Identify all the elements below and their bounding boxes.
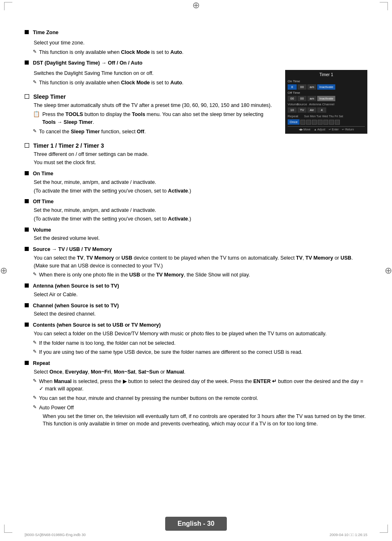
timer-widget-footer: ◀▶ Move ▲ Adjust ↵ Enter ↩ Return — [288, 126, 365, 131]
pencil-icon-2: ✎ — [33, 79, 37, 85]
contents-header: Contents (when Source is set to USB or T… — [25, 321, 367, 329]
timer-antenna-label: Antenna — [309, 102, 322, 106]
antenna-header: Antenna (when Source is set to TV) — [25, 282, 367, 290]
bottom-right-text: 2009-04-10 □□ 1:26:15 — [330, 533, 367, 537]
bullet-icon-contents — [25, 323, 29, 327]
crosshair-top-icon: ⊕ — [192, 0, 200, 11]
day-sat-label: Sat — [339, 115, 343, 118]
repeat-content: Select Once, Everyday, Mon~Fri, Mon~Sat,… — [25, 368, 367, 376]
timer-off-time-label: Off Time — [288, 91, 304, 95]
day-fri-label: Fri — [334, 115, 338, 118]
off-time-content-1: Set the hour, minute, am/pm, and activat… — [25, 207, 367, 214]
timer-off-minute: 00 — [297, 96, 307, 101]
off-time-header: Off Time — [25, 198, 367, 206]
sleep-timer-title: Sleep Timer — [33, 93, 66, 100]
timer-day-boxes — [300, 120, 340, 125]
day-box-thu — [323, 120, 328, 125]
timer-footer-enter: ↵ Enter — [329, 128, 339, 131]
contents-note-1-text: If the folder name is too long, the fold… — [39, 339, 175, 347]
sub-section-off-time: Off Time Set the hour, minute, am/pm, an… — [25, 198, 367, 223]
sub-section-antenna: Antenna (when Source is set to TV) Selec… — [25, 282, 367, 299]
timer-repeat-days: Sun Mon Tue Wed Thu Fri Sat — [304, 115, 343, 118]
dst-header: DST (Daylight Saving Time) → Off / On / … — [25, 59, 277, 67]
volume-title: Volume — [33, 226, 51, 234]
timer-channel-val: 4 — [317, 107, 326, 113]
timer-footer-move: ◀▶ Move — [299, 128, 311, 131]
repeat-header: Repeat — [25, 360, 367, 367]
sleep-timer-header: Sleep Timer — [25, 93, 277, 100]
sleep-timer-note-1: 📋 Press the TOOLS button to display the … — [25, 111, 277, 126]
channel-title: Channel (when Source is set to TV) — [33, 302, 119, 310]
timer-header: Timer 1 / Timer 2 / Timer 3 — [25, 142, 367, 149]
source-content: You can select the TV, TV Memory or USB … — [25, 254, 367, 270]
pencil-icon-6: ✎ — [33, 349, 37, 354]
off-time-content-2: (To activate the timer with the setting … — [25, 215, 367, 223]
contents-content: You can select a folder on the USB Devic… — [25, 330, 367, 338]
sub-section-repeat: Repeat Select Once, Everyday, Mon~Fri, M… — [25, 360, 367, 428]
timer-on-minute: 00 — [297, 84, 307, 90]
timer-vol-val: 10 — [288, 107, 297, 113]
repeat-note-1: ✎ When Manual is selected, press the ▶ b… — [25, 378, 367, 393]
source-header: Source → TV / USB / TV Memory — [25, 246, 367, 253]
bullet-icon-channel — [25, 303, 29, 307]
crosshair-right-icon: ⊕ — [385, 265, 392, 276]
day-mon-label: Mon — [310, 115, 316, 118]
main-content: Timer 1 On Time 8 00 am Inactivate Off T… — [25, 29, 367, 428]
sub-section-contents: Contents (when Source is set to USB or T… — [25, 321, 367, 356]
timer-off-ampm: am — [307, 96, 316, 101]
dst-note-text: This function is only available when Clo… — [39, 79, 184, 87]
repeat-title: Repeat — [33, 360, 50, 367]
timer-on-status: Inactivate — [317, 84, 335, 90]
timer-off-status: Inactivate — [317, 96, 335, 101]
timer-vol-values: 10 TV Air 4 — [288, 107, 365, 113]
pencil-icon-4: ✎ — [33, 272, 37, 277]
pencil-icon-5: ✎ — [33, 340, 37, 345]
timer-source-label: Source — [297, 102, 309, 106]
timer-vol-labels: Volume Source Antenna Channel — [288, 102, 365, 106]
day-wed-label: Wed — [322, 115, 328, 118]
contents-note-2-text: If you are using two of the same type US… — [39, 348, 302, 356]
sub-section-channel: Channel (when Source is set to TV) Selec… — [25, 302, 367, 318]
volume-header: Volume — [25, 226, 367, 234]
checkbox-icon-timer — [25, 143, 29, 148]
timer-on-ampm: am — [307, 84, 316, 90]
sleep-timer-note-2: ✎ To cancel the Sleep Timer function, se… — [25, 128, 277, 136]
day-sun-label: Sun — [304, 115, 309, 118]
corner-mark-tr — [380, 2, 388, 10]
timer-antenna-val: Air — [307, 107, 316, 113]
crosshair-left-icon: ⊕ — [0, 265, 7, 276]
sleep-timer-note-2-text: To cancel the Sleep Timer function, sele… — [39, 128, 146, 136]
timer-off-hour: 00 — [288, 96, 297, 101]
timer-widget: Timer 1 On Time 8 00 am Inactivate Off T… — [285, 70, 367, 134]
dst-title: DST (Daylight Saving Time) → Off / On / … — [33, 59, 143, 67]
day-thu-label: Thu — [329, 115, 334, 118]
page-footer: English - 30 — [0, 517, 392, 531]
antenna-title: Antenna (when Source is set to TV) — [33, 282, 119, 290]
pencil-icon-1: ✎ — [33, 49, 37, 54]
timer-channel-label: Channel — [322, 102, 334, 106]
antenna-content: Select Air or Cable. — [25, 291, 367, 299]
pencil-icon-9: ✎ — [33, 404, 37, 410]
day-tue-label: Tue — [316, 115, 321, 118]
off-time-title: Off Time — [33, 198, 53, 206]
section-time-zone: Time Zone Select your time zone. ✎ This … — [25, 29, 367, 56]
on-time-content-1: Set the hour, minute, am/pm, and activat… — [25, 179, 367, 186]
repeat-note-1-text: When Manual is selected, press the ▶ but… — [39, 378, 367, 393]
channel-content: Select the desired channel. — [25, 310, 367, 318]
time-zone-note: ✎ This function is only available when C… — [25, 49, 277, 56]
day-box-sun — [300, 120, 305, 125]
timer-repeat-once: Once — [288, 119, 300, 125]
page: ⊕ ⊕ ⊕ Timer 1 On Time 8 00 am Inactivate… — [0, 0, 392, 541]
repeat-note-3: ✎ Auto Power Off — [25, 404, 367, 412]
timer-widget-title: Timer 1 — [288, 72, 365, 77]
timer-on-time-row: On Time — [288, 79, 365, 83]
sleep-timer-note-1-text: Press the TOOLS button to display the To… — [42, 111, 277, 126]
timer-off-time-row: Off Time — [288, 91, 365, 95]
bullet-icon-time-zone — [25, 30, 29, 34]
checkbox-icon-sleep — [25, 94, 29, 99]
timer-on-time-label: On Time — [288, 79, 304, 83]
dst-note: ✎ This function is only available when C… — [25, 79, 277, 87]
bullet-icon-antenna — [25, 283, 29, 288]
time-zone-content: Select your time zone. — [25, 39, 367, 47]
volume-content: Set the desired volume level. — [25, 235, 367, 242]
